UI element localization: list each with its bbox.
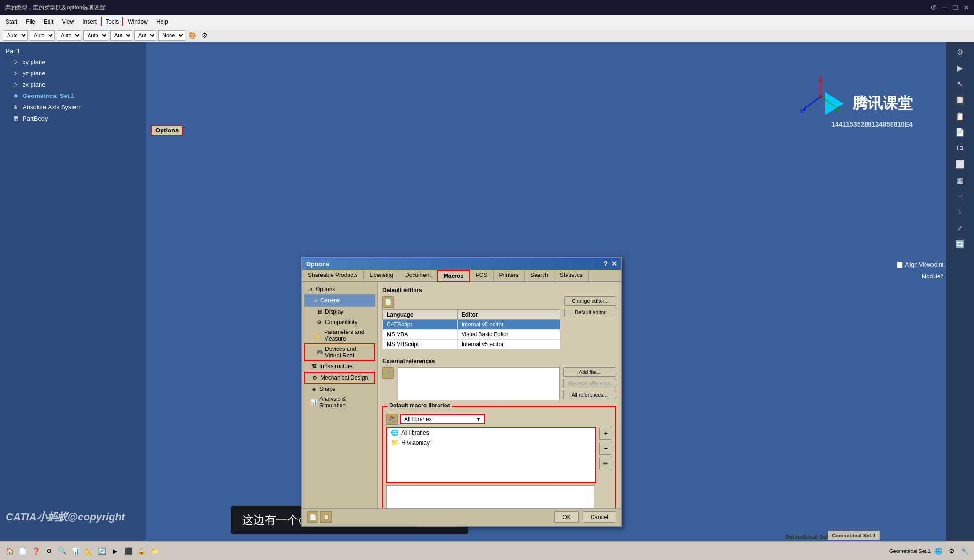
dialog-help-btn[interactable]: ? xyxy=(603,260,608,268)
cancel-btn[interactable]: Cancel xyxy=(583,511,616,523)
dialog-close-btn[interactable]: ✕ xyxy=(611,260,617,268)
watermark-number: 14411535288134856810E4 xyxy=(820,121,913,128)
status-icon-8[interactable]: 🔄 xyxy=(96,545,107,557)
rt-icon-8[interactable]: ⬜ xyxy=(952,156,967,171)
toolbar-select-6[interactable]: Aut xyxy=(134,30,156,41)
tab-search[interactable]: Search xyxy=(525,270,554,281)
editor-row-catscript[interactable]: CATScript Internal v5 editor xyxy=(383,320,560,330)
rt-icon-13[interactable]: 🔄 xyxy=(952,236,967,252)
tab-licensing[interactable]: Licensing xyxy=(364,270,399,281)
maximize-icon[interactable]: □ xyxy=(953,3,958,12)
footer-icon-1[interactable]: 📄 xyxy=(307,511,318,523)
status-icon-12[interactable]: 📁 xyxy=(149,545,160,557)
status-icon-4[interactable]: ⚙ xyxy=(43,545,55,557)
dtree-shape[interactable]: ◈ Shape xyxy=(304,384,375,394)
status-icon-7[interactable]: 📐 xyxy=(83,545,94,557)
tab-statistics[interactable]: Statistics xyxy=(554,270,589,281)
toolbar-select-3[interactable]: Auto xyxy=(57,30,81,41)
refresh-icon[interactable]: ↺ xyxy=(930,3,936,12)
remove-ref-btn[interactable]: Remove reference xyxy=(563,379,617,388)
tab-printers[interactable]: Printers xyxy=(494,270,525,281)
toolbar-select-4[interactable]: Auto xyxy=(83,30,108,41)
tree-item-zxplane[interactable]: ▷ zx plane xyxy=(4,79,142,90)
dtree-options[interactable]: ⊿ Options xyxy=(304,284,375,294)
status-icon-6[interactable]: 📊 xyxy=(70,545,81,557)
tree-item-geomset[interactable]: ◈ Geometrical Set.1 xyxy=(4,90,142,101)
footer-icon-2[interactable]: 📋 xyxy=(320,511,332,523)
tree-item-yzplane[interactable]: ▷ yz plane xyxy=(4,67,142,79)
rt-icon-6[interactable]: 📄 xyxy=(952,124,967,139)
align-viewpoint-container[interactable]: Align Viewpoint xyxy=(897,261,943,268)
tab-shareable[interactable]: Shareable Products xyxy=(302,270,364,281)
menu-help[interactable]: Help xyxy=(153,17,172,26)
lib-item-all[interactable]: 🌐 All libraries xyxy=(387,428,595,438)
status-icon-9[interactable]: ▶ xyxy=(109,545,121,557)
status-icon-2[interactable]: 📄 xyxy=(17,545,28,557)
tab-document[interactable]: Document xyxy=(399,270,437,281)
rt-icon-7[interactable]: 🗂 xyxy=(952,140,967,155)
dialog-body: ⊿ Options ⊿ General 🖥 Display ⚙ Compatib… xyxy=(302,282,621,508)
dtree-analysis[interactable]: 📊 Analysis & Simulation xyxy=(304,394,375,410)
tab-pcs[interactable]: PCS xyxy=(470,270,494,281)
menu-edit[interactable]: Edit xyxy=(40,17,57,26)
editor-row-msvba[interactable]: MS VBA Visual Basic Editor xyxy=(383,330,560,340)
toolbar-select-5[interactable]: Aut xyxy=(110,30,132,41)
add-file-btn[interactable]: Add file... xyxy=(563,367,617,377)
rt-icon-3[interactable]: ↖ xyxy=(952,76,967,91)
toolbar-select-1[interactable]: Auto xyxy=(3,30,28,41)
menu-tools[interactable]: Tools xyxy=(101,17,123,26)
align-viewpoint-checkbox[interactable] xyxy=(897,262,903,268)
rt-icon-5[interactable]: 📋 xyxy=(952,108,967,123)
tree-item-partbody[interactable]: ▦ PartBody xyxy=(4,113,142,124)
change-editor-btn[interactable]: Change editor... xyxy=(564,296,616,306)
dtree-mech[interactable]: ⚙ Mechanical Design xyxy=(304,372,375,384)
macro-lib-dropdown[interactable]: All libraries ▼ xyxy=(400,414,485,424)
ok-btn[interactable]: OK xyxy=(554,511,578,523)
status-icon-right-1[interactable]: 🌐 xyxy=(933,545,944,557)
lib-item-xiaomayi[interactable]: 📁 H:\xiaomayi xyxy=(387,438,595,447)
rt-icon-12[interactable]: ⤢ xyxy=(952,220,967,235)
rt-icon-4[interactable]: 🔲 xyxy=(952,92,967,107)
dtree-params[interactable]: 📐 Parameters and Measure xyxy=(304,327,375,343)
dtree-compat[interactable]: ⚙ Compatibility xyxy=(304,317,375,327)
minimize-icon[interactable]: ─ xyxy=(942,3,947,12)
status-icon-right-2[interactable]: ⚙ xyxy=(946,545,957,557)
tree-root[interactable]: Part1 xyxy=(4,46,142,56)
rt-icon-2[interactable]: ▶ xyxy=(952,60,967,75)
editor-row-msvbscript[interactable]: MS VBScript Internal v5 editor xyxy=(383,340,560,349)
rt-icon-9[interactable]: ▦ xyxy=(952,172,967,187)
lib-edit-btn[interactable]: ✏ xyxy=(599,457,612,470)
dtree-infra[interactable]: 🏗 Infrastructure xyxy=(304,361,375,372)
close-icon[interactable]: ✕ xyxy=(963,3,969,12)
status-icon-11[interactable]: 🔒 xyxy=(136,545,147,557)
all-refs-btn[interactable]: All references... xyxy=(563,390,617,399)
tree-item-axis[interactable]: ⊕ Absolute Axis System xyxy=(4,101,142,113)
menu-start[interactable]: Start xyxy=(2,17,21,26)
menu-file[interactable]: File xyxy=(22,17,39,26)
menu-insert[interactable]: Insert xyxy=(79,17,100,26)
status-icon-1[interactable]: 🏠 xyxy=(4,545,15,557)
tab-macros[interactable]: Macros xyxy=(437,270,470,282)
menu-view[interactable]: View xyxy=(58,17,78,26)
toolbar-select-7[interactable]: None xyxy=(158,30,185,41)
dtree-general[interactable]: ⊿ General xyxy=(304,294,375,307)
dtree-display[interactable]: 🖥 Display xyxy=(304,307,375,317)
toolbar-icon-2[interactable]: ⚙ xyxy=(199,30,210,41)
rt-icon-10[interactable]: ↔ xyxy=(952,188,967,203)
toolbar-icon-1[interactable]: 🎨 xyxy=(187,30,197,41)
dialog-controls[interactable]: ? ✕ xyxy=(603,260,617,268)
rt-icon-1[interactable]: ⚙ xyxy=(952,44,967,59)
status-icon-10[interactable]: ⬛ xyxy=(122,545,134,557)
tree-item-xyplane[interactable]: ▷ xy plane xyxy=(4,56,142,67)
rt-icon-11[interactable]: ↕ xyxy=(952,204,967,219)
dtree-devices[interactable]: 🎮 Devices and Virtual Real xyxy=(304,343,375,361)
status-icon-3[interactable]: ❓ xyxy=(30,545,41,557)
status-icon-5[interactable]: 🔍 xyxy=(57,545,68,557)
default-editor-btn[interactable]: Default editor xyxy=(564,308,616,317)
lib-remove-btn[interactable]: − xyxy=(599,442,612,455)
lib-add-btn[interactable]: + xyxy=(599,427,612,440)
title-bar-controls[interactable]: ↺ ─ □ ✕ xyxy=(930,3,969,12)
toolbar-select-2[interactable]: Auto xyxy=(30,30,55,41)
menu-window[interactable]: Window xyxy=(124,17,152,26)
status-icon-right-3[interactable]: 🔧 xyxy=(959,545,970,557)
